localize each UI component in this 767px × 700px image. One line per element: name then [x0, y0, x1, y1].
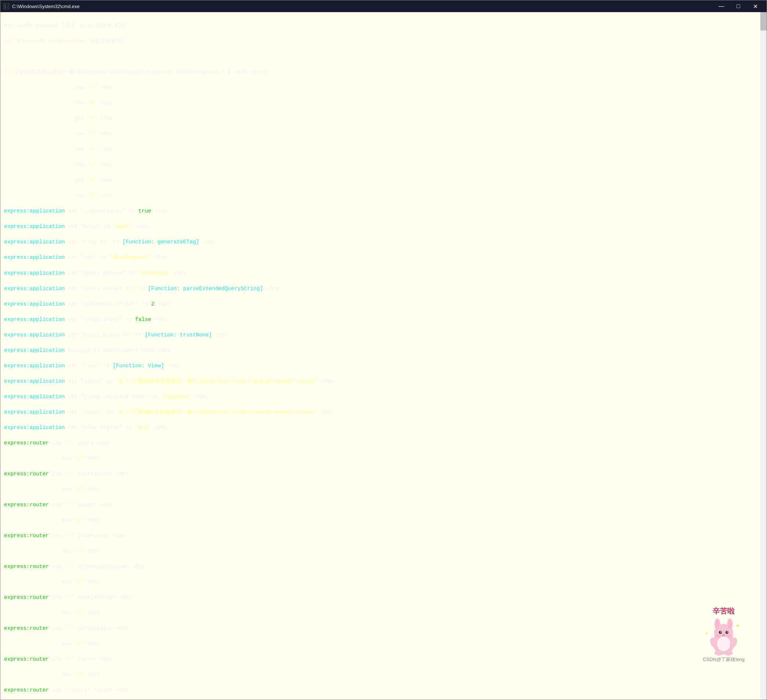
svg-point-19 — [724, 651, 733, 655]
watermark: 辛苦啦 — [703, 606, 745, 663]
line-app-5: express:application set "query parser" t… — [4, 269, 763, 277]
line-app-2: express:application set "etag" to 'weak'… — [4, 223, 763, 231]
line-nr-2: new '/' +2ms — [4, 99, 763, 107]
line-nr-10: new '/' +0ms — [4, 486, 763, 493]
line-router-8: express:router use '/' router +0ms — [4, 655, 763, 663]
line-nr-12: new '/' +0ms — [4, 547, 763, 555]
line-app-14: express:application set "views" to 'G:\\… — [4, 408, 763, 416]
title-bar: C: C:\Windows\System32\cmd.exe — □ ✕ — [0, 0, 767, 12]
line-nr-5: new '/' +1ms — [4, 145, 763, 153]
line-nr-15: new '/' +0ms — [4, 640, 763, 648]
terminal-content-area: Microsoft Windows [版本 10.0.22000.978] (c… — [0, 12, 767, 700]
line-blank-1 — [4, 53, 763, 61]
line-2: (c) Microsoft Corporation。保留所有权利。 — [4, 38, 763, 45]
line-nr-4: new '/' +0ms — [4, 130, 763, 138]
line-nr-14: new '/' +0ms — [4, 609, 763, 617]
window-title: C:\Windows\System32\cmd.exe — [12, 4, 713, 9]
svg-point-12 — [722, 634, 725, 636]
line-app-11: express:application set "view" to [Funct… — [4, 362, 763, 370]
line-app-15: express:application set "view engine" to… — [4, 424, 763, 432]
window-controls: — □ ✕ — [713, 0, 764, 12]
line-app-8: express:application set "trust proxy" to… — [4, 316, 763, 324]
terminal-output: Microsoft Windows [版本 10.0.22000.978] (c… — [4, 14, 763, 700]
line-router-2: express:router use '/' expressInit +0ms — [4, 470, 763, 478]
svg-text:✦: ✦ — [705, 631, 708, 636]
line-app-13: express:application set "jsonp callback … — [4, 393, 763, 401]
line-nr-3: get '/' +1ms — [4, 115, 763, 123]
line-nr-16: new '/' +0ms — [4, 671, 763, 679]
line-router-9: express:router use '/users' router +0ms — [4, 686, 763, 694]
line-1: Microsoft Windows [版本 10.0.22000.978] — [4, 22, 763, 30]
svg-point-5 — [716, 620, 719, 629]
line-router-4: express:router use '/' jsonParser +1ms — [4, 532, 763, 540]
svg-text:C:: C: — [5, 5, 9, 8]
line-router-7: express:router use '/' serveStatic +0ms — [4, 625, 763, 632]
line-nr-7: get '/' +0ms — [4, 177, 763, 184]
svg-point-14 — [727, 634, 732, 638]
cmd-icon: C: — [3, 3, 9, 9]
svg-point-15 — [717, 636, 730, 651]
line-router-6: express:router use '/' cookieParser +0ms — [4, 594, 763, 601]
maximize-button[interactable]: □ — [730, 0, 747, 12]
svg-point-7 — [728, 620, 732, 629]
cmd-window: C: C:\Windows\System32\cmd.exe — □ ✕ Mic… — [0, 0, 767, 700]
scrollbar-track[interactable] — [761, 12, 767, 700]
svg-point-13 — [716, 634, 721, 638]
watermark-sub: CSDN@丁家雄long — [703, 656, 745, 663]
minimize-button[interactable]: — — [713, 0, 730, 12]
line-app-6: express:application set "query parser fn… — [4, 285, 763, 293]
line-app-1: express:application set "x-powered-by" t… — [4, 207, 763, 215]
svg-point-10 — [720, 631, 721, 633]
line-nr-9: new '/' +0ms — [4, 455, 763, 462]
line-nr-11: new '/' +0ms — [4, 517, 763, 524]
line-nr-13: new '/' +0ms — [4, 578, 763, 586]
watermark-text: 辛苦啦 — [703, 606, 745, 616]
line-nr-6: new '/' +0ms — [4, 161, 763, 169]
line-app-12: express:application set "views" to 'G:\\… — [4, 378, 763, 385]
svg-point-18 — [714, 651, 723, 655]
line-nr-8: new '/' +1ms — [4, 192, 763, 199]
bunny-mascot: ✦ ✦ — [703, 616, 744, 657]
svg-point-11 — [727, 631, 728, 633]
line-app-10: express:application booting in developme… — [4, 347, 763, 354]
close-button[interactable]: ✕ — [747, 0, 764, 12]
line-app-9: express:application set "trust proxy fn"… — [4, 331, 763, 339]
line-router-3: express:router use '/' logger +0ms — [4, 501, 763, 509]
line-cmd: G:\丁家雄自学前端最后一遍\10express\code\myapp\myap… — [4, 69, 763, 76]
svg-text:✦: ✦ — [736, 622, 740, 629]
line-app-7: express:application set "subdomain offse… — [4, 300, 763, 308]
line-nr-1: new '/' +0ms — [4, 84, 763, 91]
line-router-5: express:router use '/' urlencodedParser … — [4, 563, 763, 571]
line-router-1: express:router use '/' query +1ms — [4, 439, 763, 447]
scrollbar-thumb[interactable] — [761, 12, 767, 30]
line-app-4: express:application set "env" to 'develo… — [4, 254, 763, 262]
line-app-3: express:application set "etag fn" to [Fu… — [4, 238, 763, 246]
